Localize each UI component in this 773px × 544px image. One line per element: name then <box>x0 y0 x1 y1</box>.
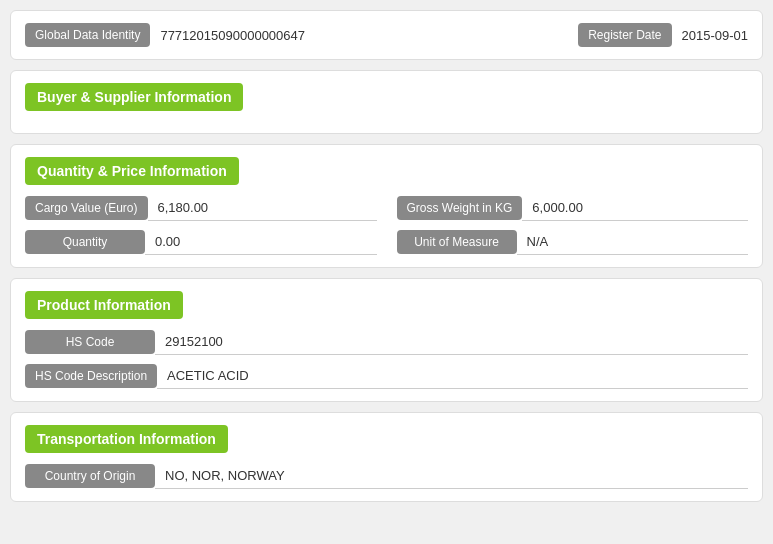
global-data-identity-value: 77712015090000000647 <box>160 28 558 43</box>
quantity-price-section: Quantity & Price Information Cargo Value… <box>10 144 763 268</box>
country-of-origin-value: NO, NOR, NORWAY <box>155 463 748 489</box>
cargo-value-label: Cargo Value (Euro) <box>25 196 148 220</box>
register-date-value: 2015-09-01 <box>682 28 749 43</box>
quantity-price-header: Quantity & Price Information <box>25 157 239 185</box>
unit-of-measure-value: N/A <box>517 229 749 255</box>
unit-of-measure-label: Unit of Measure <box>397 230 517 254</box>
country-of-origin-label: Country of Origin <box>25 464 155 488</box>
buyer-supplier-section: Buyer & Supplier Information <box>10 70 763 134</box>
cargo-value-value: 6,180.00 <box>148 195 377 221</box>
transport-info-header: Transportation Information <box>25 425 228 453</box>
register-date-label: Register Date <box>578 23 671 47</box>
gross-weight-label: Gross Weight in KG <box>397 196 523 220</box>
product-info-section: Product Information HS Code 29152100 HS … <box>10 278 763 402</box>
quantity-value: 0.00 <box>145 229 377 255</box>
hs-code-label: HS Code <box>25 330 155 354</box>
transport-info-section: Transportation Information Country of Or… <box>10 412 763 502</box>
hs-code-desc-label: HS Code Description <box>25 364 157 388</box>
hs-code-desc-value: ACETIC ACID <box>157 363 748 389</box>
global-data-identity-label: Global Data Identity <box>25 23 150 47</box>
quantity-label: Quantity <box>25 230 145 254</box>
global-data-card: Global Data Identity 7771201509000000064… <box>10 10 763 60</box>
buyer-supplier-header: Buyer & Supplier Information <box>25 83 243 111</box>
product-info-header: Product Information <box>25 291 183 319</box>
hs-code-value: 29152100 <box>155 329 748 355</box>
gross-weight-value: 6,000.00 <box>522 195 748 221</box>
